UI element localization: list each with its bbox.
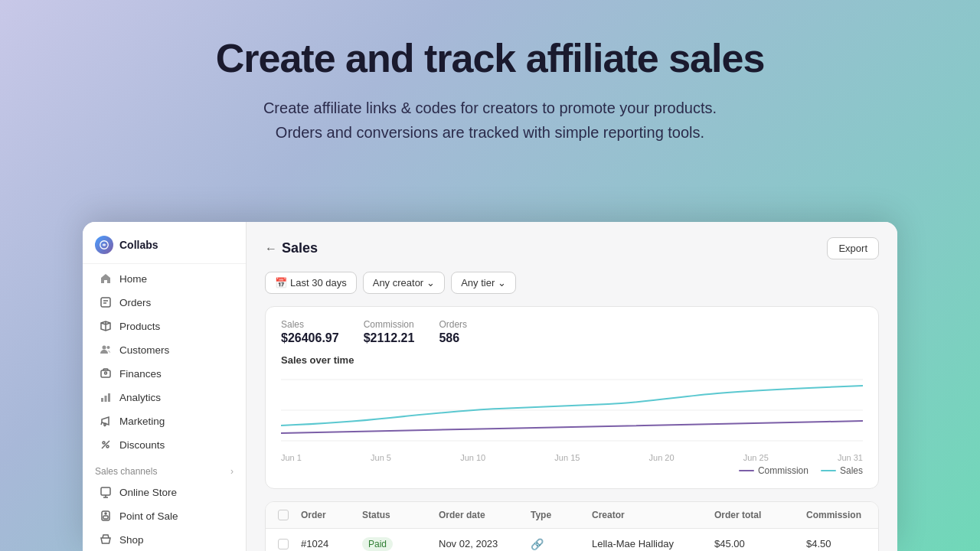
svg-point-3 <box>107 346 110 349</box>
hero-section: Create and track affiliate sales Create … <box>0 0 980 160</box>
analytics-icon <box>100 391 112 403</box>
chart-svg <box>281 372 863 448</box>
stats-card: Sales $26406.97 Commission $2112.21 Orde… <box>265 306 879 489</box>
export-button[interactable]: Export <box>827 237 879 259</box>
col-commission: Commission <box>806 510 879 520</box>
chart-wrapper: Jun 1 Jun 5 Jun 10 Jun 15 Jun 20 Jun 25 … <box>281 372 863 462</box>
row-order[interactable]: #1024 <box>301 538 362 549</box>
chevron-down-icon-tier: ⌄ <box>498 277 506 289</box>
svg-rect-6 <box>105 396 107 402</box>
customers-icon <box>100 344 112 356</box>
sidebar-header: Collabs <box>83 228 246 264</box>
col-checkbox <box>278 510 301 520</box>
sidebar-item-point-of-sale[interactable]: Point of Sale <box>87 504 241 527</box>
select-all-checkbox[interactable] <box>278 510 289 520</box>
home-icon <box>100 272 112 285</box>
sidebar-item-analytics[interactable]: Analytics <box>87 386 241 409</box>
orders-icon <box>100 296 112 308</box>
svg-rect-5 <box>101 398 103 402</box>
svg-point-8 <box>103 442 105 444</box>
back-button[interactable]: ← Sales <box>265 240 318 256</box>
svg-rect-1 <box>101 298 110 307</box>
chart-legend: Commission Sales <box>281 465 863 476</box>
sidebar-item-orders[interactable]: Orders <box>87 291 241 314</box>
sidebar-item-products[interactable]: Products <box>87 315 241 337</box>
stats-row: Sales $26406.97 Commission $2112.21 Orde… <box>281 319 863 345</box>
sidebar-brand: Collabs <box>119 239 158 251</box>
legend-sales: Sales <box>821 465 863 476</box>
main-content: ← Sales Export 📅 Last 30 days Any creato… <box>247 222 897 551</box>
marketing-icon <box>100 415 112 427</box>
calendar-icon: 📅 <box>275 277 287 289</box>
svg-rect-12 <box>103 516 108 519</box>
row-commission: $4.50 <box>806 538 879 549</box>
sidebar-item-finances[interactable]: Finances <box>87 362 241 385</box>
col-creator: Creator <box>592 510 714 520</box>
legend-commission: Commission <box>739 465 808 476</box>
sales-legend-line <box>821 470 836 471</box>
row-checkbox[interactable] <box>278 539 301 549</box>
online-store-icon <box>100 486 112 498</box>
stat-commission: Commission $2112.21 <box>364 319 415 345</box>
finances-icon <box>100 367 112 380</box>
sidebar-item-shop[interactable]: Shop <box>87 528 241 551</box>
hero-subtitle: Create affiliate links & codes for creat… <box>222 96 758 145</box>
svg-point-9 <box>106 445 109 448</box>
sidebar-item-online-store[interactable]: Online Store <box>87 481 241 504</box>
sidebar-item-marketing[interactable]: Marketing <box>87 409 241 432</box>
sidebar-item-discounts[interactable]: Discounts <box>87 433 241 456</box>
sidebar-item-customers[interactable]: Customers <box>87 338 241 361</box>
col-order: Order <box>301 510 362 520</box>
col-total: Order total <box>714 510 806 520</box>
sales-channels-arrow[interactable]: › <box>230 466 234 477</box>
chart-x-labels: Jun 1 Jun 5 Jun 10 Jun 15 Jun 20 Jun 25 … <box>281 453 863 462</box>
back-arrow-icon: ← <box>265 242 277 256</box>
shop-icon <box>100 533 112 546</box>
collabs-logo-icon <box>95 236 113 254</box>
commission-legend-line <box>739 470 754 471</box>
tier-filter[interactable]: Any tier ⌄ <box>451 272 516 294</box>
table-row: #1024 Paid Nov 02, 2023 🔗 Lella-Mae Hall… <box>266 529 878 551</box>
orders-table: Order Status Order date Type Creator Ord… <box>265 501 879 551</box>
row-date: Nov 02, 2023 <box>439 538 531 549</box>
date-range-filter[interactable]: 📅 Last 30 days <box>265 272 357 294</box>
chart-title: Sales over time <box>281 354 863 366</box>
svg-point-2 <box>103 346 106 350</box>
row-total: $45.00 <box>714 538 806 549</box>
creator-filter[interactable]: Any creator ⌄ <box>363 272 445 294</box>
row-status: Paid <box>362 537 439 551</box>
link-icon: 🔗 <box>531 538 544 550</box>
pos-icon <box>100 510 112 522</box>
hero-title: Create and track affiliate sales <box>15 37 965 80</box>
row-type: 🔗 <box>531 538 592 550</box>
chevron-down-icon: ⌄ <box>426 277 435 289</box>
col-status: Status <box>362 510 439 520</box>
table-header: Order Status Order date Type Creator Ord… <box>266 502 878 529</box>
stat-sales: Sales $26406.97 <box>281 319 339 345</box>
sidebar-item-home[interactable]: Home <box>87 267 241 290</box>
svg-rect-10 <box>101 487 110 495</box>
sales-channels-section: Sales channels › <box>83 457 246 480</box>
discounts-icon <box>100 439 112 451</box>
page-header: ← Sales Export <box>265 237 879 259</box>
svg-point-13 <box>105 513 106 514</box>
sales-line <box>281 386 863 425</box>
svg-rect-7 <box>108 393 110 402</box>
stat-orders: Orders 586 <box>439 319 467 345</box>
col-date: Order date <box>439 510 531 520</box>
commission-line <box>281 421 863 433</box>
products-icon <box>100 320 112 332</box>
sidebar: Collabs Home Orders Products Customers <box>83 222 247 551</box>
filter-bar: 📅 Last 30 days Any creator ⌄ Any tier ⌄ <box>265 272 879 294</box>
row-creator[interactable]: Lella-Mae Halliday <box>592 538 714 549</box>
status-badge: Paid <box>362 537 393 551</box>
col-type: Type <box>531 510 592 520</box>
app-window: Collabs Home Orders Products Customers <box>83 222 897 551</box>
